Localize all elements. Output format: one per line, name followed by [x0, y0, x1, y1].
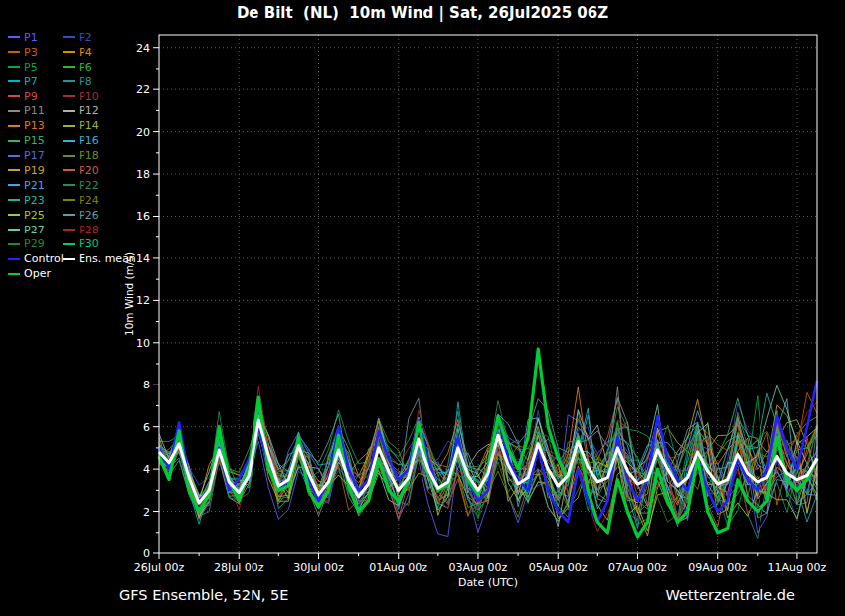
legend-item-p27: P27 — [8, 225, 63, 235]
legend-label: P27 — [24, 225, 45, 235]
legend-line-swatch — [63, 110, 75, 112]
legend-label: P21 — [24, 180, 45, 191]
legend-row: P9P10 — [8, 89, 157, 104]
legend-line-swatch — [63, 214, 75, 216]
legend-label: P23 — [24, 195, 45, 206]
legend-row: P27P28 — [8, 223, 157, 237]
legend-item-p21: P21 — [8, 180, 63, 191]
svg-text:01Aug 00z: 01Aug 00z — [369, 561, 427, 574]
legend-line-swatch — [8, 155, 20, 157]
legend-label: Oper — [24, 268, 51, 279]
legend-label: P13 — [24, 120, 45, 131]
legend-line-swatch — [63, 36, 75, 38]
legend-row: P13P14 — [8, 118, 157, 133]
legend-item-p1: P1 — [8, 32, 63, 43]
legend-line-swatch — [63, 258, 75, 260]
legend-label: P22 — [79, 180, 99, 191]
legend-label: P10 — [79, 91, 99, 102]
svg-text:28Jul 00z: 28Jul 00z — [214, 561, 264, 574]
legend-line-swatch — [63, 243, 75, 245]
svg-text:05Aug 00z: 05Aug 00z — [529, 561, 588, 574]
legend-line-swatch — [8, 66, 20, 68]
svg-text:0: 0 — [143, 547, 150, 560]
legend-item-p6: P6 — [63, 62, 117, 73]
legend-label: P20 — [79, 165, 99, 176]
legend-item-p19: P19 — [8, 165, 63, 176]
legend-label: P16 — [79, 135, 99, 146]
legend-label: P2 — [79, 32, 92, 43]
legend-label: P24 — [79, 195, 99, 206]
legend-label: P5 — [24, 62, 38, 73]
legend-item-p12: P12 — [63, 105, 117, 116]
svg-text:6: 6 — [143, 421, 150, 434]
legend-row: P15P16 — [8, 133, 157, 148]
site-credit-label: Wetterzentrale.de — [665, 587, 795, 603]
legend-row: P3P4 — [8, 45, 157, 60]
legend-item-p10: P10 — [63, 91, 117, 102]
svg-text:03Aug 00z: 03Aug 00z — [449, 561, 508, 574]
legend-item-p9: P9 — [8, 91, 63, 102]
legend-label: Control — [24, 253, 64, 264]
legend-label: P15 — [24, 135, 45, 146]
legend-item-p24: P24 — [63, 195, 117, 206]
legend-label: P11 — [24, 105, 45, 116]
legend-label: P1 — [24, 32, 38, 43]
svg-text:26Jul 00z: 26Jul 00z — [134, 561, 185, 574]
legend-item-p8: P8 — [63, 77, 117, 87]
legend-item-p4: P4 — [63, 47, 117, 58]
legend-item-p2: P2 — [63, 32, 117, 43]
legend-row: P21P22 — [8, 178, 157, 193]
model-info-label: GFS Ensemble, 52N, 5E — [119, 587, 288, 603]
legend-line-swatch — [63, 229, 75, 231]
legend-row: P19P20 — [8, 163, 157, 178]
legend-label: P7 — [24, 77, 38, 87]
ensemble-forecast-screen: De Bilt (NL) 10m Wind | Sat, 26Jul2025 0… — [0, 0, 845, 616]
legend-line-swatch — [63, 125, 75, 127]
legend-label: P6 — [79, 62, 92, 73]
legend-line-swatch — [8, 214, 20, 216]
legend-label: P12 — [79, 105, 99, 116]
legend-row: P25P26 — [8, 208, 157, 223]
legend-line-swatch — [63, 51, 75, 53]
legend-label: P8 — [79, 77, 92, 87]
legend-item-oper: Oper — [8, 268, 63, 279]
svg-text:09Aug 00z: 09Aug 00z — [688, 561, 747, 574]
legend-item-p29: P29 — [8, 238, 63, 249]
legend-line-swatch — [8, 95, 20, 97]
chart-legend: P1P2P3P4P5P6P7P8P9P10P11P12P13P14P15P16P… — [8, 30, 157, 281]
legend-label: P29 — [24, 238, 45, 249]
legend-label: P25 — [24, 210, 45, 221]
legend-label: P4 — [79, 47, 92, 58]
legend-label: Ens. mean — [79, 253, 136, 264]
svg-text:2: 2 — [143, 506, 150, 519]
legend-line-swatch — [63, 184, 75, 186]
legend-line-swatch — [8, 243, 20, 245]
legend-row: P11P12 — [8, 103, 157, 118]
legend-line-swatch — [63, 80, 75, 82]
legend-label: P14 — [79, 120, 99, 131]
legend-item-p26: P26 — [63, 210, 117, 221]
legend-item-p14: P14 — [63, 120, 117, 131]
legend-row: ControlEns. mean — [8, 251, 157, 266]
legend-line-swatch — [63, 95, 75, 97]
legend-item-p3: P3 — [8, 47, 63, 58]
legend-line-swatch — [8, 199, 20, 201]
legend-line-swatch — [8, 36, 20, 38]
legend-item-p30: P30 — [63, 238, 117, 249]
legend-item-p13: P13 — [8, 120, 63, 131]
legend-label: P9 — [24, 91, 38, 102]
legend-label: P30 — [79, 238, 99, 249]
legend-label: P19 — [24, 165, 45, 176]
legend-line-swatch — [8, 80, 20, 82]
svg-text:4: 4 — [143, 463, 150, 476]
legend-item-p16: P16 — [63, 135, 117, 146]
svg-text:Date (UTC): Date (UTC) — [458, 576, 518, 589]
svg-text:07Aug 00z: 07Aug 00z — [608, 561, 667, 574]
legend-item-p28: P28 — [63, 225, 117, 235]
legend-row: P7P8 — [8, 75, 157, 89]
legend-line-swatch — [63, 199, 75, 201]
legend-item-p20: P20 — [63, 165, 117, 176]
legend-item-p25: P25 — [8, 210, 63, 221]
legend-line-swatch — [8, 229, 20, 231]
legend-label: P26 — [79, 210, 99, 221]
